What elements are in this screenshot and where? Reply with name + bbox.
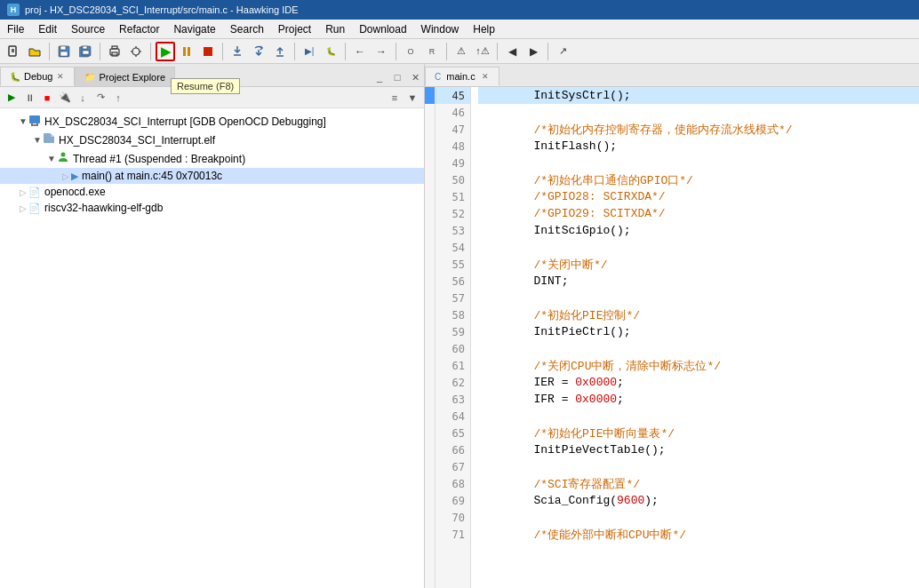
- menu-run[interactable]: Run: [318, 20, 352, 38]
- view-menu-btn[interactable]: ▼: [404, 90, 420, 106]
- line-num-52: 52: [436, 205, 470, 222]
- new-button[interactable]: [4, 42, 23, 61]
- code-line-45: InitSysCtrl();: [478, 87, 919, 104]
- debug-step-return-btn[interactable]: ↑: [110, 90, 126, 106]
- svg-rect-4: [60, 46, 66, 50]
- tree-gdb[interactable]: ▷ 📄 riscv32-haawking-elf-gdb: [0, 200, 424, 216]
- line-num-64: 64: [436, 408, 470, 425]
- line-num-55: 55: [436, 256, 470, 273]
- tree-frame[interactable]: ▷ ▶ main() at main.c:45 0x70013c: [0, 168, 424, 184]
- prev-annotation-button[interactable]: ↑⚠: [473, 42, 492, 61]
- code-line-53: InitSciGpio();: [478, 222, 919, 239]
- line-num-51: 51: [436, 188, 470, 205]
- collapse-all-btn[interactable]: ≡: [387, 90, 403, 106]
- app-icon: H: [7, 4, 20, 16]
- svg-point-33: [61, 153, 66, 157]
- debug-suspend-btn[interactable]: ⏸: [21, 90, 37, 106]
- code-line-62: IER = 0x0000;: [478, 374, 919, 391]
- debug-step-over-btn[interactable]: ↷: [92, 90, 108, 106]
- svg-rect-19: [188, 47, 190, 56]
- menu-window[interactable]: Window: [414, 20, 467, 38]
- suspend-button[interactable]: [177, 42, 196, 61]
- debug-config-button[interactable]: [126, 42, 146, 61]
- menu-help[interactable]: Help: [466, 20, 502, 38]
- forward-button[interactable]: ▶: [523, 42, 543, 61]
- code-line-63: IFR = 0x0000;: [478, 391, 919, 408]
- title-bar: H proj - HX_DSC28034_SCI_Interrupt/src/m…: [0, 0, 919, 20]
- tree-arrow-gdb: ▷: [18, 203, 28, 213]
- menu-source[interactable]: Source: [64, 20, 112, 38]
- menu-edit[interactable]: Edit: [31, 20, 64, 38]
- left-panel: 🐛 Debug ✕ 📁 Project Explore _ □ ✕ ▶ ⏸ ■ …: [0, 64, 425, 588]
- editor-tab-close[interactable]: ✕: [481, 72, 490, 81]
- panels-area: 🐛 Debug ✕ 📁 Project Explore _ □ ✕ ▶ ⏸ ■ …: [0, 64, 919, 588]
- line-num-69: 69: [436, 492, 470, 509]
- line-num-53: 53: [436, 222, 470, 239]
- svg-rect-12: [112, 52, 117, 56]
- external-button[interactable]: ↗: [553, 42, 572, 61]
- minimize-view-button[interactable]: _: [371, 68, 388, 86]
- toolbar-sep-5: [294, 43, 295, 60]
- back-button[interactable]: ◀: [502, 42, 522, 61]
- save-all-button[interactable]: [76, 42, 95, 61]
- code-line-70: [478, 509, 919, 526]
- tree-openocd-label: openocd.exe: [44, 186, 106, 198]
- tree-thread-label: Thread #1 (Suspended : Breakpoint): [73, 153, 245, 165]
- main-toolbar: ▶ ▶| 🐛 ←: [0, 39, 919, 64]
- code-line-61: /*关闭CPU中断，清除中断标志位*/: [478, 357, 919, 374]
- menu-refactor[interactable]: Refactor: [112, 20, 166, 38]
- maximize-view-button[interactable]: □: [388, 68, 406, 86]
- window-title: proj - HX_DSC28034_SCI_Interrupt/src/mai…: [25, 4, 299, 15]
- step-over-button[interactable]: [249, 42, 268, 61]
- debug-disconnect-btn[interactable]: 🔌: [57, 90, 73, 106]
- prev-edit-button[interactable]: ←: [350, 42, 370, 61]
- project-tab-icon: 📁: [84, 72, 95, 82]
- debug-step-into-btn[interactable]: ↓: [75, 90, 91, 106]
- svg-rect-9: [83, 51, 89, 54]
- run-last-button[interactable]: ▶|: [300, 42, 319, 61]
- code-line-64: [478, 408, 919, 425]
- menu-download[interactable]: Download: [352, 20, 413, 38]
- menu-file[interactable]: File: [0, 20, 31, 38]
- gutter-left: [425, 87, 436, 588]
- tab-project[interactable]: 📁 Project Explore: [75, 67, 175, 86]
- line-num-61: 61: [436, 357, 470, 374]
- debug-tab-close[interactable]: ✕: [56, 72, 65, 81]
- open-button[interactable]: [25, 42, 44, 61]
- toolbar-sep-9: [497, 43, 498, 60]
- debug-button[interactable]: 🐛: [321, 42, 340, 61]
- toolbar-sep-3: [150, 43, 151, 60]
- open-resource-button[interactable]: R: [422, 42, 442, 61]
- svg-point-13: [132, 48, 140, 55]
- debug-stop-btn[interactable]: ■: [39, 90, 55, 106]
- menu-project[interactable]: Project: [271, 20, 318, 38]
- tab-debug[interactable]: 🐛 Debug ✕: [0, 67, 75, 86]
- open-type-button[interactable]: O: [401, 42, 420, 61]
- resume-button[interactable]: ▶: [156, 42, 175, 61]
- tree-arrow-elf: ▼: [32, 135, 43, 145]
- line-num-56: 56: [436, 273, 470, 290]
- print-button[interactable]: [105, 42, 124, 61]
- step-return-button[interactable]: [270, 42, 290, 61]
- tree-elf[interactable]: ▼ HX_DSC28034_SCI_Interrupt.elf: [0, 131, 424, 149]
- line-num-46: 46: [436, 104, 470, 121]
- next-annotation-button[interactable]: ⚠: [452, 42, 471, 61]
- svg-rect-11: [112, 46, 117, 49]
- line-num-68: 68: [436, 475, 470, 492]
- line-num-57: 57: [436, 290, 470, 306]
- tree-thread[interactable]: ▼ Thread #1 (Suspended : Breakpoint): [0, 149, 424, 168]
- step-into-button[interactable]: [228, 42, 247, 61]
- stop-button[interactable]: [198, 42, 218, 61]
- tree-session[interactable]: ▼ HX_DSC28034_SCI_Interrupt [GDB OpenOCD…: [0, 112, 424, 131]
- next-edit-button[interactable]: →: [372, 42, 391, 61]
- line-num-65: 65: [436, 425, 470, 441]
- menu-navigate[interactable]: Navigate: [166, 20, 222, 38]
- save-button[interactable]: [54, 42, 74, 61]
- close-view-button[interactable]: ✕: [406, 68, 424, 86]
- debug-resume-btn[interactable]: ▶: [4, 90, 20, 106]
- line-num-47: 47: [436, 121, 470, 138]
- code-content[interactable]: InitSysCtrl(); /*初始化内存控制寄存器，使能内存流水线模式*/ …: [471, 87, 919, 588]
- editor-tab-main[interactable]: C main.c ✕: [425, 67, 499, 86]
- tree-openocd[interactable]: ▷ 📄 openocd.exe: [0, 184, 424, 200]
- menu-search[interactable]: Search: [223, 20, 271, 38]
